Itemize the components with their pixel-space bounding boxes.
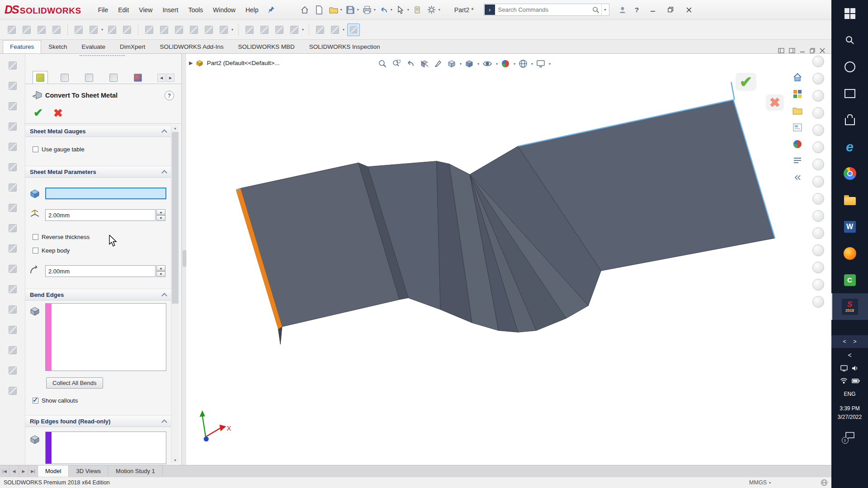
feature-tool-icon[interactable] <box>6 283 19 296</box>
pm-tab-appearances[interactable] <box>130 71 146 84</box>
splitter-grab-handle[interactable] <box>183 250 186 267</box>
search-scope-icon[interactable]: › <box>485 5 495 15</box>
pm-cancel-button[interactable]: ✖ <box>53 108 63 119</box>
show-callouts-row[interactable]: Show callouts <box>33 397 78 404</box>
language-indicator[interactable]: ENG <box>844 391 855 397</box>
section-rip-edges[interactable]: Rip Edges found (Read-only) <box>25 415 171 427</box>
highlighted-edge-blue[interactable] <box>731 82 734 100</box>
tree-flyout-icon[interactable]: ▶ <box>189 60 193 66</box>
file-explorer-tab-icon[interactable] <box>791 104 804 117</box>
reverse-thickness-checkbox[interactable] <box>33 234 38 240</box>
section-sheet-metal-gauges[interactable]: Sheet Metal Gauges <box>25 125 171 137</box>
pane-left-icon[interactable] <box>778 48 784 53</box>
search-caret-icon[interactable]: ▾ <box>601 4 609 15</box>
feature-tool-icon[interactable] <box>6 80 19 92</box>
menu-help[interactable]: Help <box>241 4 264 16</box>
toolbar-caret-icon[interactable]: ▾ <box>101 28 103 32</box>
view-settings-icon[interactable] <box>534 57 547 70</box>
pm-tab-display-manager[interactable] <box>106 71 121 84</box>
tab-scroll-first-icon[interactable]: |◀ <box>0 465 9 477</box>
open-caret-icon[interactable]: ▾ <box>340 8 342 12</box>
right-tool-icon[interactable] <box>812 193 824 205</box>
collapse-chevron-icon[interactable] <box>161 129 167 135</box>
feature-tool-icon[interactable] <box>6 303 19 316</box>
pane-right-icon[interactable] <box>789 48 795 53</box>
collapse-chevron-icon[interactable] <box>161 419 167 425</box>
feature-tool-icon[interactable] <box>6 344 19 357</box>
volume-icon[interactable] <box>852 365 859 371</box>
undo-button[interactable] <box>377 3 391 17</box>
menu-tools[interactable]: Tools <box>183 4 208 16</box>
toolbar-tool-icon[interactable] <box>5 23 18 36</box>
feature-tool-icon[interactable] <box>6 100 19 113</box>
custom-properties-icon[interactable] <box>791 155 804 167</box>
right-tool-icon[interactable] <box>812 141 824 153</box>
close-button[interactable] <box>681 3 697 17</box>
pm-ok-button[interactable]: ✔ <box>33 107 43 118</box>
help-button[interactable]: ? <box>631 6 643 14</box>
menu-view[interactable]: View <box>134 4 157 16</box>
task-pane-expand-icon[interactable] <box>791 171 804 184</box>
view-settings-caret-icon[interactable]: ▾ <box>549 62 551 66</box>
word-button[interactable]: W <box>831 213 868 240</box>
tab-sketch[interactable]: Sketch <box>41 40 74 53</box>
feature-tool-icon[interactable] <box>6 263 19 275</box>
green-app-button[interactable]: C <box>831 267 868 293</box>
toolbar-tool-icon[interactable] <box>288 23 301 36</box>
save-button[interactable] <box>344 3 357 17</box>
select-button[interactable] <box>394 3 407 17</box>
graphics-viewport[interactable]: X ▶ Part2 (Default<<Default>... ▾ ▾ ▾ ▾ … <box>186 54 831 465</box>
toolbar-tool-icon[interactable] <box>258 23 271 36</box>
pm-tab-configurations[interactable] <box>57 71 72 84</box>
collapse-chevron-icon[interactable] <box>161 170 167 176</box>
confirmation-ok-button[interactable]: ✔ <box>736 73 756 91</box>
settings-caret-icon[interactable]: ▾ <box>439 8 440 12</box>
collapse-chevron-icon[interactable] <box>161 293 167 299</box>
pm-tabs-scroll-right[interactable]: ▶ <box>166 74 175 82</box>
start-button[interactable] <box>831 0 868 27</box>
design-library-icon[interactable] <box>791 88 804 100</box>
tab-3d-views[interactable]: 3D Views <box>69 465 108 477</box>
scroll-down-icon[interactable]: ▼ <box>171 457 179 463</box>
right-tool-icon[interactable] <box>812 124 824 136</box>
feature-tool-icon[interactable] <box>6 161 19 174</box>
menu-edit[interactable]: Edit <box>113 4 134 16</box>
right-tool-icon[interactable] <box>812 159 824 170</box>
right-tool-icon[interactable] <box>812 244 824 256</box>
menu-insert[interactable]: Insert <box>157 4 183 16</box>
toolbar-tool-icon[interactable] <box>217 23 230 36</box>
view-orientation-icon[interactable] <box>445 57 458 70</box>
breadcrumb-text[interactable]: Part2 (Default<<Default>... <box>207 60 279 66</box>
view-orientation-caret-icon[interactable]: ▾ <box>460 62 462 66</box>
feature-tool-icon[interactable] <box>6 364 19 377</box>
edge-button[interactable]: e <box>831 133 868 160</box>
toolbar-tool-icon[interactable] <box>121 23 133 36</box>
feature-tool-icon[interactable] <box>6 120 19 133</box>
print-caret-icon[interactable]: ▾ <box>374 8 376 12</box>
chrome-button[interactable] <box>831 160 868 187</box>
apply-scene-icon[interactable] <box>517 57 529 70</box>
use-gauge-table-row[interactable]: Use gauge table <box>33 146 85 153</box>
reverse-thickness-row[interactable]: Reverse thickness <box>33 234 90 240</box>
feature-tool-icon[interactable] <box>6 141 19 153</box>
pm-scrollbar-thumb[interactable] <box>172 132 179 304</box>
toolbar-tool-icon[interactable] <box>35 23 48 36</box>
solidworks-taskbar-button[interactable]: S 2018 <box>831 293 868 320</box>
toolbar-caret-icon[interactable]: ▾ <box>231 28 233 32</box>
feature-tool-icon[interactable] <box>6 222 19 235</box>
toolbar-tool-icon[interactable] <box>314 23 326 36</box>
feature-tool-icon[interactable] <box>6 181 19 194</box>
units-caret-icon[interactable]: ▾ <box>769 481 771 485</box>
right-tool-icon[interactable] <box>812 56 824 67</box>
user-account-icon[interactable] <box>616 3 629 17</box>
undo-caret-icon[interactable]: ▾ <box>391 8 392 12</box>
previous-view-icon[interactable] <box>404 57 417 70</box>
home-button[interactable] <box>298 3 311 17</box>
open-document-button[interactable] <box>327 3 340 17</box>
fixed-face-selection-field[interactable] <box>45 188 166 199</box>
sheet-metal-model[interactable]: X <box>186 54 831 465</box>
zoom-area-icon[interactable] <box>390 57 403 70</box>
spin-up-icon[interactable]: ▲ <box>156 265 165 271</box>
viewport-tree-breadcrumb[interactable]: ▶ Part2 (Default<<Default>... <box>189 59 279 67</box>
units-selector[interactable]: MMGS ▾ <box>749 479 771 486</box>
